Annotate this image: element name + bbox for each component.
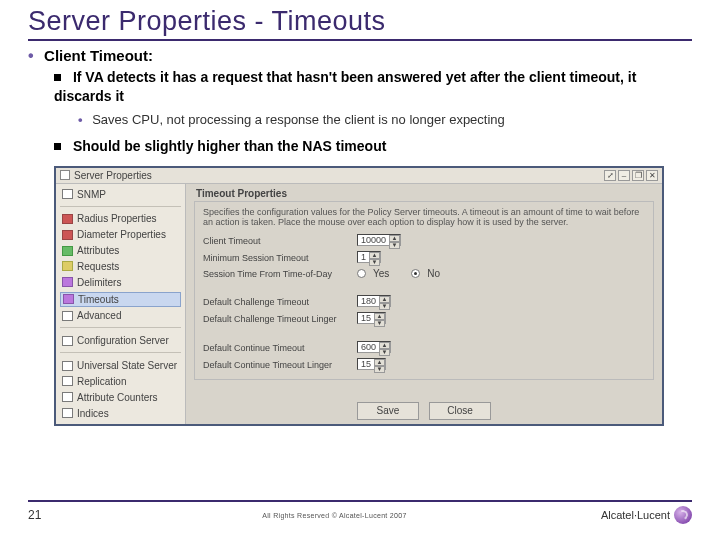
brand-name: Alcatel·Lucent [601, 509, 670, 521]
spinner-client-timeout[interactable]: ▲▼ [389, 235, 400, 248]
brand-logo-icon [674, 506, 692, 524]
sidebar-item-diameter[interactable]: Diameter Properties [60, 228, 181, 241]
sidebar-item-label: Replication [77, 376, 126, 387]
label-min-session: Minimum Session Timeout [203, 253, 353, 263]
group-description: Specifies the configuration values for t… [203, 207, 645, 229]
radio-no-label: No [427, 268, 440, 279]
group-title: Timeout Properties [196, 188, 654, 199]
tree-icon [62, 311, 73, 321]
sidebar-item-label: Requests [77, 261, 119, 272]
copyright: All Rights Reserved © Alcatel-Lucent 200… [68, 512, 601, 519]
sidebar-item-label: Configuration Server [77, 335, 169, 346]
sidebar-item-advanced[interactable]: Advanced [60, 310, 181, 323]
tree-icon [62, 230, 73, 240]
bullet-dot: • [28, 47, 40, 64]
spinner-min-session[interactable]: ▲▼ [369, 252, 380, 265]
group-box: Specifies the configuration values for t… [194, 201, 654, 381]
window-max-button[interactable]: ❐ [632, 170, 644, 181]
page-title: Server Properties - Timeouts [28, 6, 692, 37]
sidebar-item-label: Delimiters [77, 277, 121, 288]
sidebar-item-label: Radius Properties [77, 213, 156, 224]
spinner-cont-timeout[interactable]: ▲▼ [379, 342, 390, 355]
tree-icon [62, 392, 73, 402]
sidebar-item-requests[interactable]: Requests [60, 260, 181, 273]
sidebar-item-label: Advanced [77, 310, 121, 321]
sidebar-item-attrcounters[interactable]: Attribute Counters [60, 391, 181, 404]
bullet-2a-text: If VA detects it has a request that hasn… [54, 69, 636, 104]
label-cont-linger: Default Continue Timeout Linger [203, 360, 353, 370]
close-button[interactable]: Close [429, 402, 491, 420]
window-close-button[interactable]: ✕ [646, 170, 658, 181]
tree-icon [62, 261, 73, 271]
tree-icon [62, 376, 73, 386]
window-min-button[interactable]: – [618, 170, 630, 181]
sidebar-item-label: Timeouts [78, 294, 119, 305]
bullet-2b-text: Should be slightly higher than the NAS t… [73, 138, 386, 154]
footer-rule [28, 500, 692, 502]
window-app-icon [60, 170, 70, 180]
label-cont-timeout: Default Continue Timeout [203, 343, 353, 353]
tree-icon [62, 277, 73, 287]
sidebar-item-indices[interactable]: Indices [60, 407, 181, 420]
sidebar-item-radius[interactable]: Radius Properties [60, 213, 181, 226]
tree-icon [62, 336, 73, 346]
bullet-dot-small: • [78, 112, 89, 127]
spinner-chal-timeout[interactable]: ▲▼ [379, 296, 390, 309]
sidebar-item-timeouts[interactable]: Timeouts [60, 292, 181, 307]
radio-no[interactable] [411, 269, 420, 278]
bullet-3a-text: Saves CPU, not processing a response the… [92, 112, 505, 127]
spinner-chal-linger[interactable]: ▲▼ [374, 313, 385, 326]
label-client-timeout: Client Timeout [203, 236, 353, 246]
bullet-level-2: If VA detects it has a request that hasn… [54, 68, 692, 106]
sidebar-divider [60, 352, 181, 354]
label-chal-linger: Default Challenge Timeout Linger [203, 314, 353, 324]
footer: 21 All Rights Reserved © Alcatel-Lucent … [28, 500, 692, 524]
screenshot-window: Server Properties ⤢ – ❐ ✕ SNMP Radius Pr… [54, 166, 664, 426]
tree-icon [62, 361, 73, 371]
sidebar-item-label: Attributes [77, 245, 119, 256]
tree-icon [62, 214, 73, 224]
radio-yes[interactable] [357, 269, 366, 278]
sidebar-item-configserver[interactable]: Configuration Server [60, 334, 181, 347]
sidebar-item-label: Diameter Properties [77, 229, 166, 240]
page-number: 21 [28, 508, 68, 522]
window-title-text: Server Properties [74, 170, 152, 181]
tree-icon [62, 189, 73, 199]
bullet-1-text: Client Timeout: [44, 47, 153, 64]
sidebar-item-label: Attribute Counters [77, 392, 158, 403]
bullet-square [54, 143, 61, 150]
radio-yes-label: Yes [373, 268, 389, 279]
brand: Alcatel·Lucent [601, 506, 692, 524]
bullet-level-2: Should be slightly higher than the NAS t… [54, 137, 692, 156]
sidebar-divider [60, 327, 181, 329]
sidebar-item-label: SNMP [77, 189, 106, 200]
sidebar-item-uss[interactable]: Universal State Server [60, 359, 181, 372]
sidebar-item-snmp[interactable]: SNMP [60, 188, 181, 201]
bullet-square [54, 74, 61, 81]
window-ext-button[interactable]: ⤢ [604, 170, 616, 181]
save-button[interactable]: Save [357, 402, 419, 420]
tree-icon [62, 246, 73, 256]
sidebar-item-label: Universal State Server [77, 360, 177, 371]
sidebar-item-replication[interactable]: Replication [60, 375, 181, 388]
label-tod: Session Time From Time-of-Day [203, 269, 353, 279]
sidebar-item-delimiters[interactable]: Delimiters [60, 276, 181, 289]
window-titlebar: Server Properties ⤢ – ❐ ✕ [56, 168, 662, 184]
sidebar-divider [60, 206, 181, 208]
label-chal-timeout: Default Challenge Timeout [203, 297, 353, 307]
sidebar: SNMP Radius Properties Diameter Properti… [56, 184, 186, 424]
spinner-cont-linger[interactable]: ▲▼ [374, 359, 385, 372]
bullet-level-3: • Saves CPU, not processing a response t… [78, 112, 692, 127]
tree-icon [62, 408, 73, 418]
sidebar-item-attributes[interactable]: Attributes [60, 244, 181, 257]
main-panel: Timeout Properties Specifies the configu… [186, 184, 662, 424]
tree-icon [63, 294, 74, 304]
bullet-level-1: • Client Timeout: [28, 47, 692, 65]
sidebar-item-label: Indices [77, 408, 109, 419]
